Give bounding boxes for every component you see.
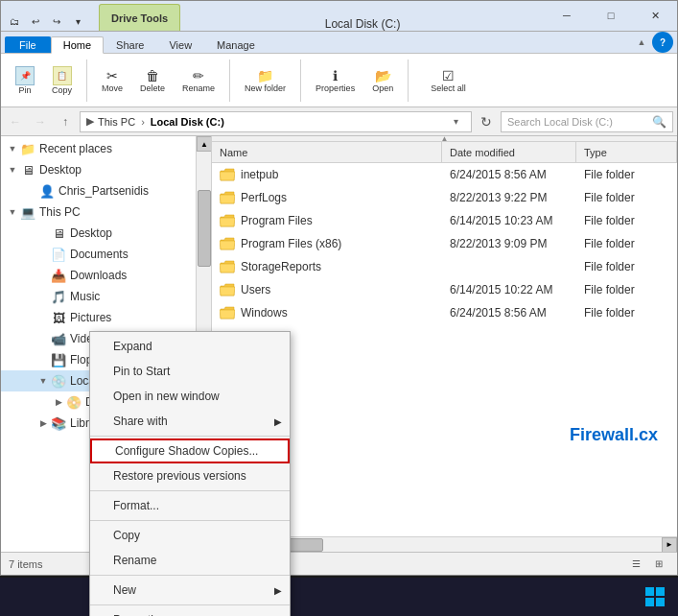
context-menu: Expand Pin to Start Open in new window S… xyxy=(89,331,291,616)
ctx-share-with[interactable]: Share with ▶ xyxy=(90,409,290,434)
ctx-separator-4 xyxy=(90,575,290,576)
large-icon-view-btn[interactable]: ⊞ xyxy=(648,556,669,573)
col-header-name[interactable]: Name xyxy=(212,142,442,163)
file-cell-name: StorageReports xyxy=(212,255,442,278)
nav-scroll-up[interactable]: ▲ xyxy=(197,136,211,152)
file-row-perflogs[interactable]: PerfLogs 8/22/2013 9:22 PM File folder xyxy=(212,186,677,209)
qa-undo[interactable]: ↩ xyxy=(26,12,45,31)
tab-file[interactable]: File xyxy=(5,36,51,53)
tree-expand-recent: ▼ xyxy=(5,141,20,156)
thispc-icon: 💻 xyxy=(20,204,35,220)
file-cell-name: PerfLogs xyxy=(212,186,442,209)
ctx-restore-previous[interactable]: Restore previous versions xyxy=(90,463,290,488)
folder-icon xyxy=(220,259,235,274)
tab-manage[interactable]: Manage xyxy=(204,36,268,53)
ribbon-pin-btn[interactable]: 📌 Pin xyxy=(9,61,41,100)
tree-label-user: Chris_Partsenidis xyxy=(58,184,196,198)
drive-tools-tab[interactable]: Drive Tools xyxy=(99,4,180,31)
ctx-pin-to-start[interactable]: Pin to Start xyxy=(90,359,290,384)
close-button[interactable]: ✕ xyxy=(633,0,677,31)
pictures-icon: 🖼 xyxy=(51,310,66,325)
ctx-properties[interactable]: Properties xyxy=(90,607,290,616)
ribbon-select-all-btn[interactable]: ☑ Select all xyxy=(424,61,473,100)
tree-expand-localc: ▼ xyxy=(35,373,51,389)
nav-scroll-thumb[interactable] xyxy=(198,190,211,267)
file-row-windows[interactable]: Windows 6/24/2015 8:56 AM File folder xyxy=(212,301,677,324)
desktop-icon: 🖥 xyxy=(20,162,35,178)
ribbon-group-organize: ✂ Move 🗑 Delete ✏ Rename xyxy=(95,59,230,102)
tree-item-music[interactable]: 🎵 Music xyxy=(1,286,196,307)
file-row-storagereports[interactable]: StorageReports File folder xyxy=(212,255,677,278)
tree-item-pc-desktop[interactable]: 🖥 Desktop xyxy=(1,223,196,244)
minimize-button[interactable]: ─ xyxy=(545,0,589,31)
tree-item-downloads[interactable]: 📥 Downloads xyxy=(1,265,196,286)
ctx-rename[interactable]: Rename xyxy=(90,548,290,573)
firewall-logo: Firewall.cx xyxy=(570,425,658,445)
ctx-expand[interactable]: Expand xyxy=(90,334,290,359)
qa-icon[interactable]: 🗂 xyxy=(5,12,24,31)
tree-label-pc-desktop: Desktop xyxy=(70,226,196,240)
file-row-programfiles[interactable]: Program Files 6/14/2015 10:23 AM File fo… xyxy=(212,209,677,232)
details-view-btn[interactable]: ☰ xyxy=(625,556,646,573)
address-field[interactable]: ▶ This PC › Local Disk (C:) ▾ xyxy=(80,111,472,132)
qa-dropdown[interactable]: ▾ xyxy=(68,12,87,31)
forward-button[interactable]: → xyxy=(30,111,51,132)
folder-icon xyxy=(220,213,235,228)
ribbon-delete-btn[interactable]: 🗑 Delete xyxy=(133,61,172,100)
ctx-configure-shadow-copies[interactable]: Configure Shadow Copies... xyxy=(90,438,290,463)
file-cell-name: Program Files xyxy=(212,209,442,232)
col-header-date[interactable]: Date modified xyxy=(442,142,576,163)
ribbon-copy-btn[interactable]: 📋 Copy xyxy=(45,61,79,100)
tree-item-thispc[interactable]: ▼ 💻 This PC xyxy=(1,201,196,223)
tree-expand-dvi: ▶ xyxy=(51,394,66,410)
hscroll-right[interactable]: ► xyxy=(662,537,677,553)
ctx-open-new-window[interactable]: Open in new window xyxy=(90,384,290,409)
refresh-button[interactable]: ↻ xyxy=(476,111,497,132)
ribbon-properties-btn[interactable]: ℹ Properties xyxy=(309,61,362,100)
ctx-copy[interactable]: Copy xyxy=(90,523,290,548)
floppy-icon: 💾 xyxy=(51,352,66,367)
address-dropdown-btn[interactable]: ▾ xyxy=(446,111,465,132)
folder-icon xyxy=(220,190,235,205)
ribbon-open-btn[interactable]: 📂 Open xyxy=(365,61,400,100)
folder-icon xyxy=(220,305,235,320)
libra-icon: 📚 xyxy=(51,415,66,431)
file-cell-name: Windows xyxy=(212,301,442,324)
ribbon-new-folder-btn[interactable]: 📁 New folder xyxy=(238,61,292,100)
tree-item-user[interactable]: 👤 Chris_Partsenidis xyxy=(1,180,196,201)
ctx-format[interactable]: Format... xyxy=(90,493,290,518)
start-button[interactable] xyxy=(640,581,670,612)
file-row-programfilesx86[interactable]: Program Files (x86) 8/22/2013 9:09 PM Fi… xyxy=(212,232,677,255)
ribbon-content: 📌 Pin 📋 Copy ✂ Move 🗑 Delete ✏ xyxy=(1,53,677,107)
tab-home[interactable]: Home xyxy=(51,36,104,54)
ribbon-move-btn[interactable]: ✂ Move xyxy=(95,61,129,100)
tree-item-recent[interactable]: ▼ 📁 Recent places xyxy=(1,138,196,159)
file-cell-name: inetpub xyxy=(212,163,442,186)
back-button[interactable]: ← xyxy=(5,111,26,132)
hscroll-track xyxy=(227,537,662,553)
file-row-inetpub[interactable]: inetpub 6/24/2015 8:56 AM File folder xyxy=(212,163,677,186)
tab-share[interactable]: Share xyxy=(104,36,156,53)
tree-label-thispc: This PC xyxy=(39,205,196,219)
maximize-button[interactable]: □ xyxy=(589,0,633,31)
tree-label-desktop: Desktop xyxy=(39,163,196,177)
ribbon-collapse-btn[interactable]: ▲ xyxy=(631,32,652,53)
col-header-type[interactable]: Type xyxy=(576,142,677,163)
ribbon-rename-btn[interactable]: ✏ Rename xyxy=(175,61,222,100)
up-button[interactable]: ↑ xyxy=(55,111,76,132)
tree-item-documents[interactable]: 📄 Documents xyxy=(1,244,196,265)
downloads-icon: 📥 xyxy=(51,268,66,283)
qa-redo[interactable]: ↪ xyxy=(47,12,66,31)
folder-icon xyxy=(220,236,235,251)
help-btn[interactable]: ? xyxy=(652,32,673,53)
file-column-headers: Name Date modified Type xyxy=(212,142,677,163)
tree-item-desktop[interactable]: ▼ 🖥 Desktop xyxy=(1,159,196,180)
ctx-new[interactable]: New ▶ xyxy=(90,578,290,603)
recent-icon: 📁 xyxy=(20,141,35,156)
ribbon-tab-row: File Home Share View Manage ▲ ? xyxy=(1,32,677,53)
file-row-users[interactable]: Users 6/14/2015 10:22 AM File folder xyxy=(212,278,677,301)
search-field[interactable]: Search Local Disk (C:) 🔍 xyxy=(501,111,673,132)
address-bar: ← → ↑ ▶ This PC › Local Disk (C:) ▾ ↻ Se… xyxy=(1,107,677,136)
tree-item-pictures[interactable]: 🖼 Pictures xyxy=(1,307,196,328)
tab-view[interactable]: View xyxy=(156,36,204,53)
